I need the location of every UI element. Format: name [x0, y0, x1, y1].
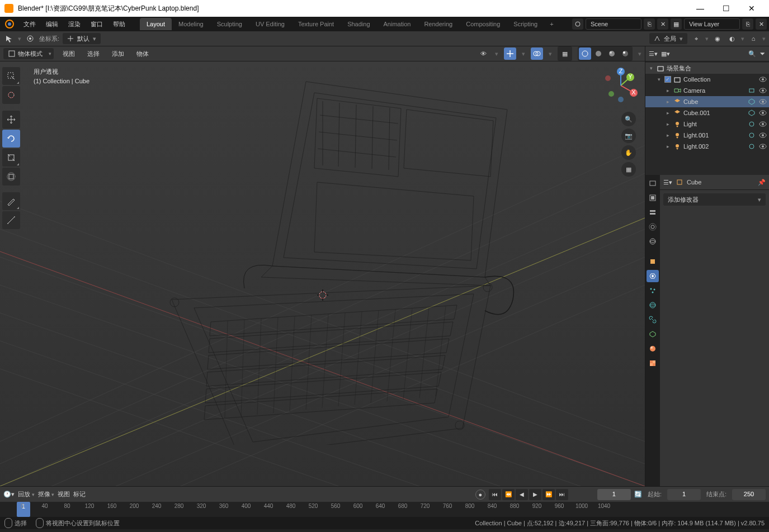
snap-icon[interactable] [25, 33, 36, 44]
menu-edit[interactable]: 编辑 [41, 18, 63, 31]
expand-icon[interactable]: ▸ [664, 110, 671, 116]
tool-annotate[interactable] [2, 192, 20, 210]
tab-texture-paint[interactable]: Texture Paint [291, 18, 341, 30]
menu-add[interactable]: 添加 [108, 48, 128, 60]
shading-solid-icon[interactable] [592, 48, 605, 60]
tab-add-button[interactable]: + [544, 18, 559, 30]
tool-select-box[interactable] [2, 67, 20, 85]
prop-tab-modifier[interactable] [647, 270, 659, 282]
scene-collection-row[interactable]: ▾ 场景集合 [645, 63, 769, 74]
prop-tab-texture[interactable] [647, 357, 659, 369]
outliner-row-cube[interactable]: ▸Cube [645, 96, 769, 107]
options-icon[interactable]: ⌂ [748, 33, 759, 44]
autokey-icon[interactable]: ● [475, 490, 485, 500]
visibility-icon[interactable] [759, 131, 767, 139]
outliner-type-icon[interactable]: ☰▾ [649, 50, 658, 58]
tab-uv-editing[interactable]: UV Editing [249, 18, 291, 30]
prop-tab-render[interactable] [647, 177, 659, 189]
outliner-row-light-001[interactable]: ▸Light.001 [645, 130, 769, 141]
expand-icon[interactable]: ▸ [664, 121, 671, 127]
prop-tab-world[interactable] [647, 235, 659, 248]
shading-rendered-icon[interactable] [619, 48, 631, 60]
expand-icon[interactable]: ▸ [664, 99, 671, 104]
timeline-playback[interactable]: 回放 [18, 490, 35, 498]
current-frame-field[interactable]: 1 [597, 489, 631, 500]
start-frame-field[interactable]: 1 [667, 489, 701, 500]
tab-sculpting[interactable]: Sculpting [210, 18, 249, 30]
scene-new-icon[interactable]: ⎘ [644, 18, 655, 30]
visibility-icon[interactable] [759, 75, 767, 83]
snap-toggle-icon[interactable]: ⌖ [691, 33, 702, 44]
prop-tab-particles[interactable] [647, 284, 659, 297]
timeline-type-icon[interactable]: 🕐▾ [3, 491, 15, 498]
close-button[interactable]: ✕ [739, 0, 765, 17]
menu-help[interactable]: 帮助 [108, 18, 130, 31]
jump-end-icon[interactable]: ⏭ [556, 489, 568, 500]
pivot-dropdown[interactable]: 全局 ▾ [649, 33, 687, 44]
tab-scripting[interactable]: Scripting [507, 18, 544, 30]
timeline-view[interactable]: 视图 [58, 490, 70, 498]
menu-object[interactable]: 物体 [133, 48, 152, 60]
keyframe-next-icon[interactable]: ⏩ [542, 489, 555, 500]
prop-tab-viewlayer[interactable] [647, 206, 659, 218]
prop-tab-output[interactable] [647, 192, 659, 204]
visibility-icon[interactable] [759, 98, 767, 106]
proportional-icon[interactable]: ◉ [712, 33, 723, 44]
nav-gizmo[interactable]: X Y Z [601, 66, 640, 105]
viewlayer-field[interactable]: View Layer [684, 18, 740, 30]
visibility-icon[interactable] [759, 109, 767, 117]
prop-tab-material[interactable] [647, 343, 659, 355]
tool-rotate[interactable] [2, 130, 20, 148]
tool-move[interactable] [2, 111, 20, 129]
tool-transform[interactable] [2, 168, 20, 186]
expand-icon[interactable]: ▸ [664, 88, 671, 93]
end-frame-field[interactable]: 250 [732, 489, 766, 500]
maximize-button[interactable]: ☐ [713, 0, 739, 17]
visibility-icon[interactable]: 👁 [477, 48, 489, 60]
menu-select[interactable]: 选择 [84, 48, 103, 60]
tab-animation[interactable]: Animation [377, 18, 418, 30]
sync-icon[interactable]: 🔄 [634, 491, 642, 498]
menu-render[interactable]: 渲染 [64, 18, 85, 31]
tool-measure[interactable] [2, 211, 20, 229]
viewlayer-delete-icon[interactable]: ✕ [756, 18, 767, 30]
mode-dropdown[interactable]: 物体模式 [3, 48, 54, 59]
outliner-row-camera[interactable]: ▸Camera [645, 85, 769, 96]
prop-tab-constraints[interactable] [647, 314, 659, 326]
outliner-row-light[interactable]: ▸Light [645, 118, 769, 130]
menu-file[interactable]: 文件 [19, 18, 40, 31]
outliner-row-collection[interactable]: ▾✓Collection [645, 74, 769, 85]
visibility-icon[interactable] [759, 87, 767, 94]
viewlayer-new-icon[interactable]: ⎘ [742, 18, 753, 30]
visibility-icon[interactable] [759, 120, 767, 128]
tool-scale[interactable] [2, 149, 20, 167]
gizmo-toggle-icon[interactable] [504, 48, 516, 60]
3d-viewport[interactable]: 用户透视 (1) Collection | Cube X Y Z 🔍 📷 ✋ [0, 61, 645, 486]
timeline-ruler[interactable]: 1 04080120160200240280320360400440480520… [0, 502, 769, 517]
tab-layout[interactable]: Layout [140, 18, 172, 30]
orientation-dropdown[interactable]: 默认 ▾ [63, 33, 101, 44]
cursor-icon[interactable] [3, 33, 15, 44]
minimize-button[interactable]: — [687, 0, 713, 17]
search-icon[interactable]: 🔍 [748, 50, 756, 58]
scene-name-field[interactable]: Scene [586, 18, 641, 30]
tool-cursor[interactable] [2, 86, 20, 104]
shading-material-icon[interactable] [606, 48, 618, 60]
pan-icon[interactable]: ✋ [621, 145, 636, 160]
camera-view-icon[interactable]: 📷 [621, 129, 636, 143]
expand-icon[interactable]: ▾ [655, 77, 662, 82]
xray-icon[interactable]: ▦ [559, 48, 571, 60]
prop-tab-scene[interactable] [647, 221, 659, 233]
expand-icon[interactable]: ▸ [664, 132, 671, 138]
add-modifier-dropdown[interactable]: 添加修改器 ▾ [663, 193, 766, 206]
prop-tab-data[interactable] [647, 328, 659, 340]
jump-start-icon[interactable]: ⏮ [489, 489, 501, 500]
proportional-type-icon[interactable]: ◐ [726, 33, 738, 44]
outliner-row-cube-001[interactable]: ▸Cube.001 [645, 107, 769, 118]
prop-tab-physics[interactable] [647, 299, 659, 311]
menu-view[interactable]: 视图 [59, 48, 78, 60]
expand-icon[interactable]: ▸ [664, 144, 671, 149]
timeline-marker[interactable]: 标记 [73, 490, 86, 498]
pin-icon[interactable]: 📌 [758, 179, 766, 186]
prop-tab-object[interactable] [647, 255, 659, 268]
